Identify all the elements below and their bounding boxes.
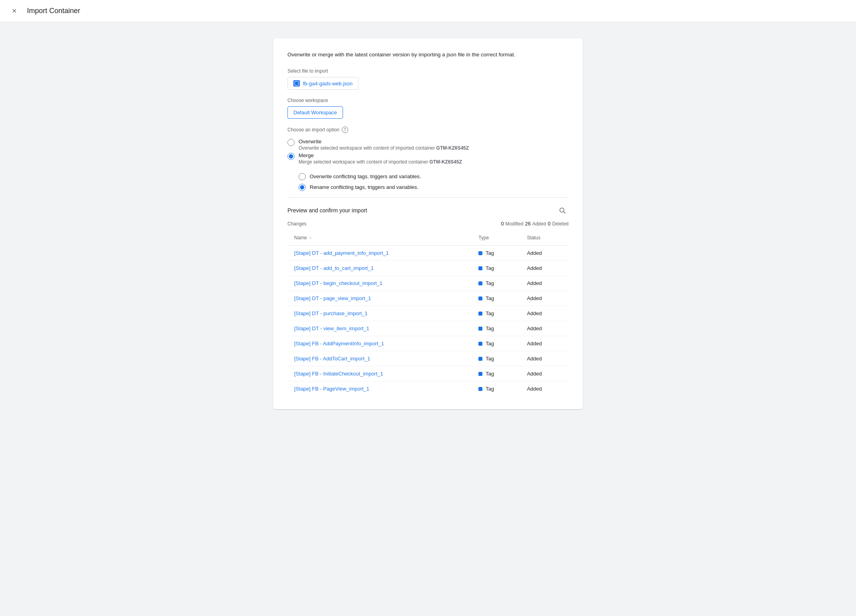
cell-type: Tag bbox=[472, 291, 521, 306]
merge-label-group: Merge Merge selected workspace with cont… bbox=[299, 152, 462, 165]
file-section-label: Select file to import bbox=[287, 68, 569, 74]
merge-option: Merge Merge selected workspace with cont… bbox=[287, 152, 569, 165]
type-value: Tag bbox=[486, 386, 494, 392]
table-row: [Stape] FB - AddPaymentInfo_import_1TagA… bbox=[288, 336, 569, 351]
overwrite-desc: Overwrite selected workspace with conten… bbox=[299, 145, 469, 151]
merge-container-id: GTM-KZ6S45Z bbox=[430, 159, 462, 165]
table-row: [Stape] DT - add_payment_info_import_1Ta… bbox=[288, 246, 569, 261]
table-row: [Stape] DT - page_view_import_1TagAdded bbox=[288, 291, 569, 306]
deleted-count: 0 bbox=[548, 221, 550, 227]
table-row: [Stape] DT - add_to_cart_import_1TagAdde… bbox=[288, 261, 569, 276]
page-content: Overwrite or merge with the latest conta… bbox=[0, 22, 856, 425]
type-value: Tag bbox=[486, 371, 494, 377]
cell-status: Added bbox=[521, 261, 568, 276]
table-row: [Stape] DT - begin_checkout_import_1TagA… bbox=[288, 276, 569, 291]
card-description: Overwrite or merge with the latest conta… bbox=[287, 51, 569, 59]
row-name-link[interactable]: [Stape] DT - add_payment_info_import_1 bbox=[294, 250, 389, 256]
table-header: Name ↑ Type Status bbox=[288, 230, 569, 246]
file-name: fb-ga4-gads-web.json bbox=[303, 81, 353, 87]
tag-dot-icon bbox=[478, 296, 482, 300]
table-row: [Stape] DT - purchase_import_1TagAdded bbox=[288, 306, 569, 321]
divider bbox=[287, 197, 569, 198]
row-name-link[interactable]: [Stape] DT - purchase_import_1 bbox=[294, 310, 368, 316]
cell-name: [Stape] DT - view_item_import_1 bbox=[288, 321, 472, 336]
preview-title: Preview and confirm your import bbox=[287, 207, 367, 214]
type-value: Tag bbox=[486, 265, 494, 271]
overwrite-radio[interactable] bbox=[287, 139, 295, 146]
help-icon[interactable]: ? bbox=[342, 127, 348, 133]
cell-name: [Stape] FB - PageView_import_1 bbox=[288, 381, 472, 397]
deleted-label: Deleted bbox=[552, 221, 569, 227]
import-card: Overwrite or merge with the latest conta… bbox=[273, 38, 583, 409]
tag-dot-icon bbox=[478, 266, 482, 270]
type-cell: Tag bbox=[478, 371, 514, 377]
import-option-text: Choose an import option bbox=[287, 127, 339, 133]
table-header-row: Name ↑ Type Status bbox=[288, 230, 569, 246]
table-body: [Stape] DT - add_payment_info_import_1Ta… bbox=[288, 246, 569, 397]
tag-dot-icon bbox=[478, 281, 482, 285]
row-name-link[interactable]: [Stape] FB - PageView_import_1 bbox=[294, 386, 369, 392]
preview-header: Preview and confirm your import bbox=[287, 204, 569, 217]
type-value: Tag bbox=[486, 325, 494, 331]
rename-conflicts-radio[interactable] bbox=[299, 184, 306, 191]
search-icon bbox=[559, 207, 566, 214]
workspace-section-label: Choose workspace bbox=[287, 98, 569, 103]
row-name-link[interactable]: [Stape] DT - page_view_import_1 bbox=[294, 295, 371, 301]
type-value: Tag bbox=[486, 341, 494, 346]
cell-type: Tag bbox=[472, 321, 521, 336]
import-option-label: Choose an import option ? bbox=[287, 127, 569, 133]
overwrite-title[interactable]: Overwrite bbox=[299, 139, 469, 144]
added-label: Added bbox=[532, 221, 546, 227]
row-name-link[interactable]: [Stape] FB - InitiateCheckout_import_1 bbox=[294, 371, 383, 377]
cell-type: Tag bbox=[472, 261, 521, 276]
file-select-button[interactable]: fb-ga4-gads-web.json bbox=[287, 77, 359, 90]
search-button[interactable] bbox=[556, 204, 569, 217]
col-type: Type bbox=[472, 230, 521, 246]
workspace-select-button[interactable]: Default Workspace bbox=[287, 106, 343, 119]
cell-status: Added bbox=[521, 351, 568, 366]
rename-conflicts-option[interactable]: Rename conflicting tags, triggers and va… bbox=[299, 183, 569, 191]
changes-label: Changes bbox=[287, 221, 307, 227]
cell-status: Added bbox=[521, 306, 568, 321]
row-name-link[interactable]: [Stape] FB - AddPaymentInfo_import_1 bbox=[294, 341, 384, 346]
type-cell: Tag bbox=[478, 280, 514, 286]
cell-type: Tag bbox=[472, 306, 521, 321]
import-table: Name ↑ Type Status [Stape] DT - add_paym… bbox=[287, 230, 569, 397]
tag-dot-icon bbox=[478, 251, 482, 255]
cell-name: [Stape] DT - add_to_cart_import_1 bbox=[288, 261, 472, 276]
table-row: [Stape] FB - InitiateCheckout_import_1Ta… bbox=[288, 366, 569, 381]
tag-dot-icon bbox=[478, 312, 482, 316]
cell-status: Added bbox=[521, 381, 568, 397]
type-value: Tag bbox=[486, 295, 494, 301]
merge-radio[interactable] bbox=[287, 153, 295, 160]
type-cell: Tag bbox=[478, 265, 514, 271]
overwrite-conflicts-option[interactable]: Overwrite conflicting tags, triggers and… bbox=[299, 173, 569, 180]
row-name-link[interactable]: [Stape] DT - view_item_import_1 bbox=[294, 325, 369, 331]
cell-status: Added bbox=[521, 366, 568, 381]
row-name-link[interactable]: [Stape] DT - begin_checkout_import_1 bbox=[294, 280, 382, 286]
table-row: [Stape] FB - AddToCart_import_1TagAdded bbox=[288, 351, 569, 366]
workspace-name: Default Workspace bbox=[293, 110, 337, 116]
rename-conflicts-label: Rename conflicting tags, triggers and va… bbox=[310, 184, 418, 190]
tag-dot-icon bbox=[478, 327, 482, 331]
tag-dot-icon bbox=[478, 357, 482, 361]
overwrite-conflicts-radio[interactable] bbox=[299, 173, 306, 180]
row-name-link[interactable]: [Stape] FB - AddToCart_import_1 bbox=[294, 356, 370, 362]
close-button[interactable]: × bbox=[8, 5, 21, 17]
cell-type: Tag bbox=[472, 246, 521, 261]
svg-line-1 bbox=[563, 212, 565, 214]
modified-label: Modified bbox=[505, 221, 523, 227]
merge-title[interactable]: Merge bbox=[299, 152, 462, 158]
cell-status: Added bbox=[521, 291, 568, 306]
type-cell: Tag bbox=[478, 341, 514, 346]
cell-name: [Stape] FB - AddToCart_import_1 bbox=[288, 351, 472, 366]
sort-arrow-name: ↑ bbox=[310, 236, 312, 240]
table-row: [Stape] FB - PageView_import_1TagAdded bbox=[288, 381, 569, 397]
overwrite-option: Overwrite Overwrite selected workspace w… bbox=[287, 139, 569, 151]
tag-dot-icon bbox=[478, 372, 482, 376]
type-cell: Tag bbox=[478, 386, 514, 392]
cell-name: [Stape] FB - InitiateCheckout_import_1 bbox=[288, 366, 472, 381]
file-icon bbox=[293, 80, 300, 87]
row-name-link[interactable]: [Stape] DT - add_to_cart_import_1 bbox=[294, 265, 374, 271]
type-value: Tag bbox=[486, 280, 494, 286]
